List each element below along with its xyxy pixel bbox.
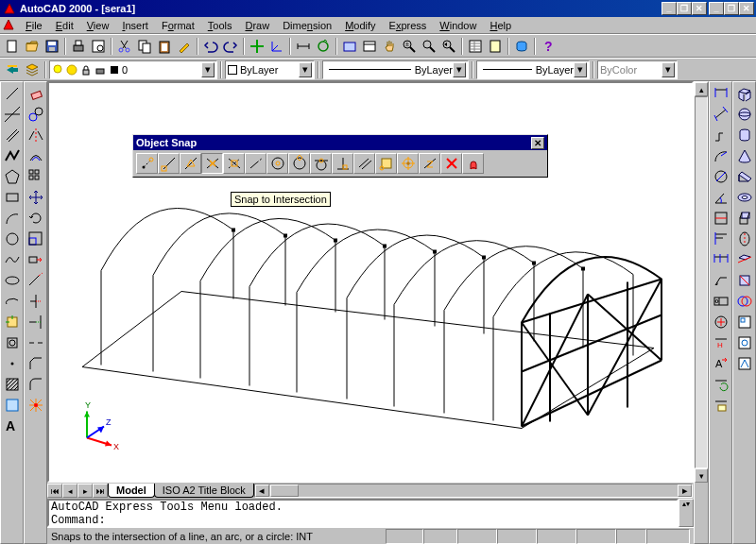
mtext-button[interactable]: A bbox=[2, 416, 23, 436]
object-snap-toolbar[interactable]: Object Snap ✕ bbox=[132, 134, 548, 178]
mirror-button[interactable] bbox=[26, 125, 46, 145]
setup-drawing-button[interactable] bbox=[734, 312, 755, 332]
dim-angular-button[interactable] bbox=[711, 187, 731, 208]
dimedit-button[interactable]: H bbox=[711, 332, 731, 353]
line-button[interactable] bbox=[2, 83, 23, 104]
dim-quick-button[interactable] bbox=[711, 208, 731, 229]
section-button[interactable] bbox=[734, 270, 755, 291]
dropdown-icon[interactable]: ▾ bbox=[299, 62, 312, 77]
properties-button[interactable] bbox=[466, 37, 485, 56]
dimstyle-button[interactable] bbox=[711, 395, 731, 416]
tab-next-button[interactable]: ▸ bbox=[77, 484, 93, 498]
mdi-maximize-button[interactable]: ❐ bbox=[677, 2, 692, 15]
dropdown-icon[interactable]: ▾ bbox=[574, 62, 587, 77]
make-block-button[interactable] bbox=[2, 332, 23, 353]
dim-linear-button[interactable] bbox=[711, 83, 731, 104]
scroll-left-button[interactable]: ◂ bbox=[255, 484, 269, 497]
scroll-thumb[interactable] bbox=[270, 484, 299, 497]
snap-apparent-button[interactable] bbox=[223, 153, 245, 174]
interfere-button[interactable] bbox=[734, 291, 755, 312]
print-preview-button[interactable] bbox=[89, 37, 108, 56]
snap-none-button[interactable] bbox=[440, 153, 462, 174]
tolerance-button[interactable] bbox=[711, 291, 731, 312]
maximize-button[interactable]: ❐ bbox=[724, 2, 739, 15]
menu-draw[interactable]: Draw bbox=[238, 19, 276, 32]
minimize-button[interactable]: _ bbox=[709, 2, 724, 15]
region-button[interactable] bbox=[2, 395, 23, 416]
rectangle-button[interactable] bbox=[2, 187, 23, 208]
ucs-button[interactable] bbox=[267, 37, 286, 56]
extend-button[interactable] bbox=[26, 312, 46, 332]
tab-first-button[interactable]: ⏮ bbox=[47, 484, 62, 498]
lineweight-combo[interactable]: ByLayer ▾ bbox=[476, 60, 590, 79]
osnap-titlebar[interactable]: Object Snap ✕ bbox=[133, 135, 547, 150]
command-window[interactable]: AutoCAD Express Tools Menu loaded. Comma… bbox=[47, 499, 679, 527]
mdi-minimize-button[interactable]: _ bbox=[662, 2, 677, 15]
snap-parallel-button[interactable] bbox=[353, 153, 375, 174]
dim-update-button[interactable] bbox=[711, 374, 731, 395]
named-views-button[interactable] bbox=[360, 37, 379, 56]
erase-button[interactable] bbox=[26, 83, 46, 104]
setup-profile-button[interactable] bbox=[734, 353, 755, 374]
spline-button[interactable] bbox=[2, 249, 23, 270]
slice-button[interactable] bbox=[734, 249, 755, 270]
move-button[interactable] bbox=[26, 187, 46, 208]
cmd-vscrollbar[interactable]: ▴▾ bbox=[679, 499, 694, 527]
snap-node-button[interactable] bbox=[397, 153, 419, 174]
box-button[interactable] bbox=[734, 83, 755, 104]
tab-prev-button[interactable]: ◂ bbox=[62, 484, 77, 498]
scroll-right-button[interactable]: ▸ bbox=[678, 484, 692, 497]
menu-format[interactable]: Format bbox=[155, 19, 201, 32]
dim-radius-button[interactable] bbox=[711, 145, 731, 166]
revolve-button[interactable] bbox=[734, 229, 755, 249]
print-button[interactable] bbox=[69, 37, 88, 56]
redo-button[interactable] bbox=[221, 37, 240, 56]
menu-file[interactable]: File bbox=[19, 19, 49, 32]
dimtedit-button[interactable]: A bbox=[711, 353, 731, 374]
cut-button[interactable] bbox=[115, 37, 134, 56]
menu-edit[interactable]: Edit bbox=[49, 19, 80, 32]
hatch-button[interactable] bbox=[2, 374, 23, 395]
snap-center-button[interactable] bbox=[266, 153, 288, 174]
canvas-vscrollbar[interactable]: ▴ ▾ bbox=[694, 81, 709, 544]
tab-last-button[interactable]: ⏭ bbox=[93, 484, 108, 498]
ellipse-arc-button[interactable] bbox=[2, 291, 23, 312]
paste-button[interactable] bbox=[155, 37, 174, 56]
snap-quadrant-button[interactable] bbox=[288, 153, 310, 174]
point-button[interactable] bbox=[2, 353, 23, 374]
dim-continue-button[interactable] bbox=[711, 249, 731, 270]
menu-window[interactable]: Window bbox=[433, 19, 483, 32]
qleader-button[interactable] bbox=[711, 270, 731, 291]
hscrollbar[interactable]: ◂ ▸ bbox=[254, 484, 693, 498]
dim-diameter-button[interactable] bbox=[711, 166, 731, 187]
snap-extension-button[interactable] bbox=[245, 153, 266, 174]
dim-ordinate-button[interactable] bbox=[711, 125, 731, 145]
rotate-button[interactable] bbox=[26, 208, 46, 229]
trim-button[interactable] bbox=[26, 291, 46, 312]
snap-endpoint-button[interactable] bbox=[158, 153, 180, 174]
dim-baseline-button[interactable] bbox=[711, 229, 731, 249]
ellipse-button[interactable] bbox=[2, 270, 23, 291]
setup-view-button[interactable] bbox=[734, 332, 755, 353]
polygon-button[interactable] bbox=[2, 166, 23, 187]
osnap-settings-button[interactable] bbox=[462, 153, 484, 174]
match-prop-button[interactable] bbox=[175, 37, 194, 56]
stretch-button[interactable] bbox=[26, 249, 46, 270]
torus-button[interactable] bbox=[734, 187, 755, 208]
dim-aligned-button[interactable] bbox=[711, 104, 731, 125]
cone-button[interactable] bbox=[734, 145, 755, 166]
offset-button[interactable] bbox=[26, 145, 46, 166]
linetype-combo[interactable]: ByLayer ▾ bbox=[322, 60, 469, 79]
layer-combo[interactable]: 0 ▾ bbox=[49, 60, 217, 79]
xline-button[interactable] bbox=[2, 104, 23, 125]
copy-obj-button[interactable] bbox=[26, 104, 46, 125]
pline-button[interactable] bbox=[2, 145, 23, 166]
extrude-button[interactable] bbox=[734, 208, 755, 229]
insert-block-button[interactable] bbox=[2, 312, 23, 332]
dropdown-icon[interactable]: ▾ bbox=[201, 62, 215, 77]
scale-button[interactable] bbox=[26, 229, 46, 249]
close-button[interactable]: ✕ bbox=[739, 2, 754, 15]
fillet-button[interactable] bbox=[26, 374, 46, 395]
wedge-button[interactable] bbox=[734, 166, 755, 187]
zoom-prev-button[interactable] bbox=[439, 37, 458, 56]
